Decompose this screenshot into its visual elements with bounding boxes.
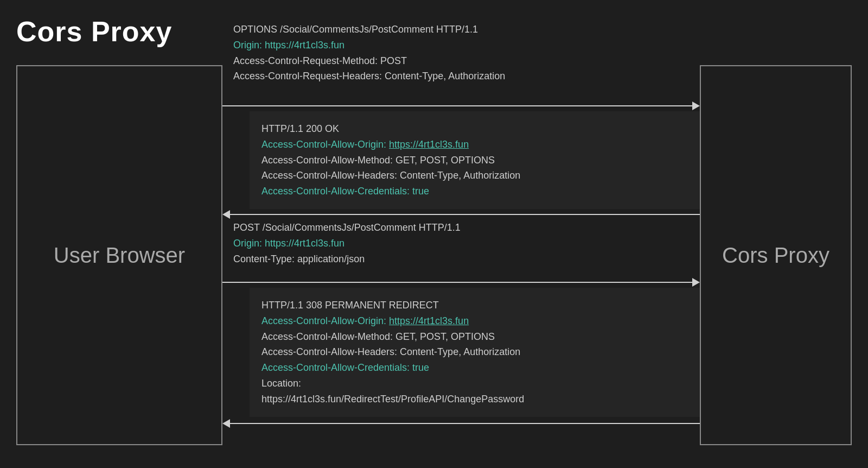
user-browser-label: User Browser bbox=[54, 243, 185, 268]
resp2-line7: https://4rt1cl3s.fun/RedirectTest/Profil… bbox=[261, 391, 688, 407]
resp2-line3: Access-Control-Allow-Method: GET, POST, … bbox=[261, 329, 688, 345]
arrow-request2 bbox=[222, 277, 700, 288]
resp2-line2: Access-Control-Allow-Origin: https://4rt… bbox=[261, 313, 688, 329]
cors-proxy-label: Cors Proxy bbox=[722, 243, 829, 268]
response1-block: HTTP/1.1 200 OK Access-Control-Allow-Ori… bbox=[250, 111, 700, 209]
resp1-line2-prefix: Access-Control-Allow-Origin: bbox=[261, 139, 389, 150]
arrow-response1 bbox=[222, 209, 700, 220]
resp2-line5: Access-Control-Allow-Credentials: true bbox=[261, 360, 688, 376]
options-line4: Access-Control-Request-Headers: Content-… bbox=[233, 68, 700, 84]
resp2-line2-link: https://4rt1cl3s.fun bbox=[389, 315, 469, 326]
options-line3: Access-Control-Request-Method: POST bbox=[233, 53, 700, 69]
options-request-block: OPTIONS /Social/CommentsJs/PostComment H… bbox=[233, 22, 700, 84]
arrow-line1 bbox=[222, 105, 692, 106]
arrow-line3 bbox=[222, 282, 692, 283]
resp1-line2-link: https://4rt1cl3s.fun bbox=[389, 139, 469, 150]
resp1-line3: Access-Control-Allow-Method: GET, POST, … bbox=[261, 153, 688, 168]
arrow-head4 bbox=[222, 419, 230, 428]
user-browser-box: User Browser bbox=[16, 65, 222, 445]
options-line1: OPTIONS /Social/CommentsJs/PostComment H… bbox=[233, 22, 700, 37]
arrow-head1 bbox=[692, 102, 700, 110]
response2-block: HTTP/1.1 308 PERMANENT REDIRECT Access-C… bbox=[250, 288, 700, 417]
resp2-line6: Location: bbox=[261, 376, 688, 391]
cors-proxy-box: Cors Proxy bbox=[700, 65, 852, 445]
post-request-block: POST /Social/CommentsJs/PostComment HTTP… bbox=[233, 220, 700, 267]
resp1-line5: Access-Control-Allow-Credentials: true bbox=[261, 184, 688, 199]
arrow-line4 bbox=[230, 423, 700, 424]
resp1-line2: Access-Control-Allow-Origin: https://4rt… bbox=[261, 137, 688, 153]
arrow-head3 bbox=[692, 278, 700, 287]
resp1-line1: HTTP/1.1 200 OK bbox=[261, 121, 688, 137]
diagram-area: OPTIONS /Social/CommentsJs/PostComment H… bbox=[222, 0, 700, 468]
post-line2: Origin: https://4rt1cl3s.fun bbox=[233, 236, 700, 251]
page-title: Cors Proxy bbox=[16, 15, 172, 48]
post-line3: Content-Type: application/json bbox=[233, 251, 700, 267]
arrow-head2 bbox=[222, 210, 230, 219]
arrow-request1 bbox=[222, 100, 700, 111]
post-line1: POST /Social/CommentsJs/PostComment HTTP… bbox=[233, 220, 700, 236]
resp1-line4: Access-Control-Allow-Headers: Content-Ty… bbox=[261, 168, 688, 184]
arrow-line2 bbox=[230, 214, 700, 215]
resp2-line2-prefix: Access-Control-Allow-Origin: bbox=[261, 315, 389, 326]
arrow-response2 bbox=[222, 418, 700, 429]
options-line2: Origin: https://4rt1cl3s.fun bbox=[233, 37, 700, 53]
resp2-line4: Access-Control-Allow-Headers: Content-Ty… bbox=[261, 344, 688, 360]
resp2-line1: HTTP/1.1 308 PERMANENT REDIRECT bbox=[261, 298, 688, 313]
